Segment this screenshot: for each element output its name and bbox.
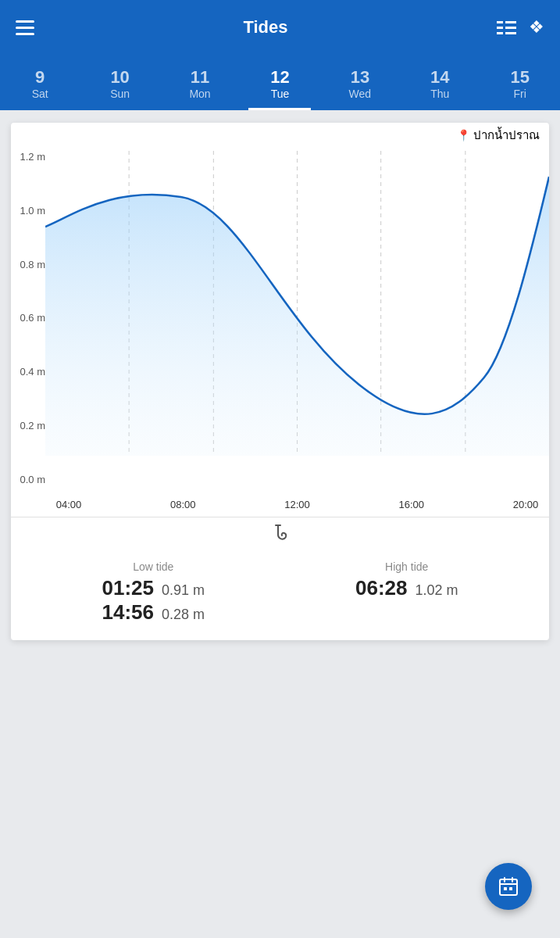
- high-tide-height-1: 1.02 m: [415, 582, 458, 599]
- x-label-04: 04:00: [45, 499, 92, 510]
- y-label-0.0: 0.0 m: [11, 474, 45, 485]
- x-axis: 04:00 08:00 12:00 16:00 20:00: [45, 499, 549, 510]
- y-label-0.4: 0.4 m: [11, 366, 45, 378]
- x-label-12: 12:00: [274, 499, 321, 510]
- low-tide-row-1: 01:25 0.91 m: [27, 576, 280, 600]
- svg-rect-9: [504, 887, 507, 890]
- location-button[interactable]: ❖: [529, 17, 544, 38]
- header-icons: ❖: [497, 17, 544, 38]
- day-name-fri: Fri: [514, 88, 526, 100]
- low-tide-time-1: 01:25: [102, 576, 154, 600]
- calendar-icon: [498, 875, 519, 897]
- menu-button[interactable]: [16, 20, 34, 35]
- fishing-hook-icon: [11, 517, 549, 553]
- hook-svg: [269, 522, 291, 544]
- high-tide-label: High tide: [280, 560, 534, 573]
- main-card: 📍 ปากน้ำปราณ 1.2 m 1.0 m 0.8 m 0.6 m 0.4…: [11, 123, 549, 640]
- low-tide-row-2: 14:56 0.28 m: [27, 600, 280, 625]
- app-header: Tides ❖: [0, 0, 560, 55]
- chart-svg-wrapper: [45, 151, 549, 485]
- day-name-sun: Sun: [110, 88, 130, 100]
- day-number-tue: 12: [270, 67, 289, 88]
- list-view-button[interactable]: [497, 21, 516, 34]
- day-name-wed: Wed: [349, 88, 372, 100]
- y-label-1.0: 1.0 m: [11, 205, 45, 217]
- low-tide-label: Low tide: [27, 560, 280, 573]
- low-tide-height-2: 0.28 m: [162, 607, 205, 623]
- day-item-fri[interactable]: 15Fri: [489, 61, 551, 110]
- day-number-fri: 15: [510, 67, 529, 88]
- low-tide-time-2: 14:56: [102, 600, 154, 625]
- y-label-1.2: 1.2 m: [11, 151, 45, 163]
- day-item-sun[interactable]: 10Sun: [89, 61, 152, 110]
- day-item-thu[interactable]: 14Thu: [408, 61, 471, 110]
- day-name-sat: Sat: [32, 88, 48, 100]
- high-tide-row-1: 06:28 1.02 m: [280, 576, 534, 600]
- day-number-thu: 14: [430, 67, 449, 88]
- tide-chart: 1.2 m 1.0 m 0.8 m 0.6 m 0.4 m 0.2 m 0.0 …: [11, 151, 549, 510]
- day-name-mon: Mon: [189, 88, 210, 100]
- x-label-16: 16:00: [388, 499, 435, 510]
- y-label-0.8: 0.8 m: [11, 259, 45, 270]
- day-navigation: 9Sat10Sun11Mon12Tue13Wed14Thu15Fri: [0, 55, 560, 110]
- y-label-0.2: 0.2 m: [11, 420, 45, 431]
- y-axis: 1.2 m 1.0 m 0.8 m 0.6 m 0.4 m 0.2 m 0.0 …: [11, 151, 45, 510]
- x-label-20: 20:00: [502, 499, 549, 510]
- location-name: ปากน้ำปราณ: [473, 126, 540, 145]
- day-item-sat[interactable]: 9Sat: [9, 61, 71, 110]
- tide-info-section: Low tide 01:25 0.91 m 14:56 0.28 m High …: [11, 553, 549, 640]
- svg-rect-5: [500, 879, 517, 895]
- day-name-thu: Thu: [430, 88, 449, 100]
- tide-curve-svg: [45, 151, 549, 485]
- day-number-sat: 9: [35, 67, 45, 88]
- day-number-wed: 13: [351, 67, 369, 88]
- high-tide-col: High tide 06:28 1.02 m: [280, 560, 534, 625]
- day-item-mon[interactable]: 11Mon: [169, 61, 231, 110]
- app-title: Tides: [243, 17, 287, 38]
- fab-calendar-button[interactable]: [485, 863, 532, 910]
- pin-icon: 📍: [457, 129, 470, 141]
- location-label: 📍 ปากน้ำปราณ: [11, 123, 549, 151]
- day-item-wed[interactable]: 13Wed: [329, 61, 391, 110]
- svg-rect-10: [509, 887, 512, 890]
- day-item-tue[interactable]: 12Tue: [248, 61, 311, 110]
- day-number-sun: 10: [110, 67, 129, 88]
- day-number-mon: 11: [191, 67, 209, 88]
- y-label-0.6: 0.6 m: [11, 312, 45, 324]
- low-tide-height-1: 0.91 m: [162, 582, 205, 599]
- low-tide-col: Low tide 01:25 0.91 m 14:56 0.28 m: [27, 560, 280, 625]
- day-name-tue: Tue: [271, 88, 290, 100]
- high-tide-time-1: 06:28: [355, 576, 408, 600]
- x-label-08: 08:00: [159, 499, 206, 510]
